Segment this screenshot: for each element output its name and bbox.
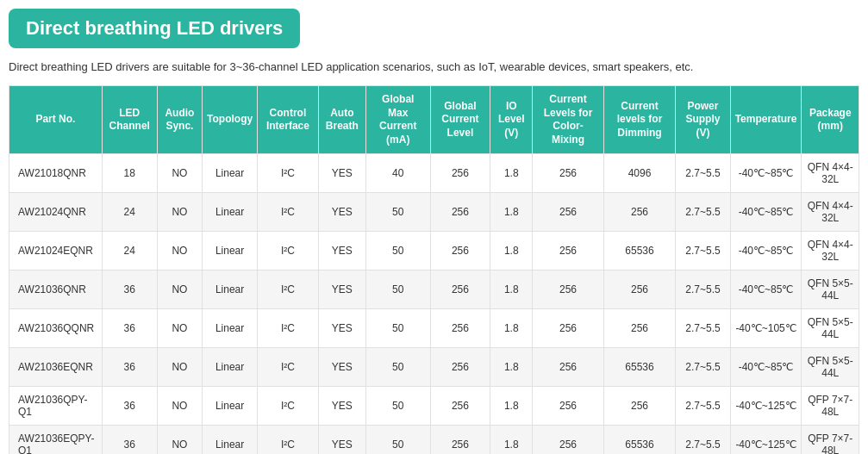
table-row: AW21036EQPY-Q136NOLinearI²CYES502561.825… [9, 426, 859, 454]
table-cell: I²C [258, 348, 319, 387]
table-cell: -40℃~125℃ [730, 387, 802, 426]
table-cell: 256 [533, 348, 604, 387]
table-cell: NO [157, 193, 202, 232]
table-cell: 36 [102, 348, 157, 387]
table-header-cell: Temperature [730, 86, 802, 154]
table-cell: AW21036QQNR [9, 309, 103, 348]
table-cell: Linear [203, 348, 258, 387]
table-header-cell: IO Level (V) [490, 86, 533, 154]
table-cell: NO [157, 154, 202, 193]
table-cell: AW21036EQNR [9, 348, 103, 387]
table-cell: 1.8 [490, 154, 533, 193]
table-cell: 2.7~5.5 [676, 193, 730, 232]
table-cell: 256 [430, 309, 490, 348]
table-cell: 1.8 [490, 271, 533, 309]
table-cell: -40℃~125℃ [730, 426, 802, 454]
table-cell: -40℃~85℃ [730, 232, 802, 271]
table-cell: AW21018QNR [9, 154, 103, 193]
table-cell: 256 [533, 232, 604, 271]
table-cell: 2.7~5.5 [676, 232, 730, 271]
table-cell: 50 [365, 348, 430, 387]
table-header-cell: Package (mm) [802, 86, 859, 154]
table-cell: 50 [365, 309, 430, 348]
table-cell: 18 [102, 154, 157, 193]
table-header-cell: Power Supply (V) [676, 86, 730, 154]
table-cell: 65536 [603, 232, 676, 271]
table-cell: AW21024EQNR [9, 232, 103, 271]
table-cell: NO [157, 387, 202, 426]
table-cell: YES [318, 348, 365, 387]
table-cell: YES [318, 193, 365, 232]
table-cell: QFN 4×4-32L [802, 193, 859, 232]
table-cell: 65536 [603, 348, 676, 387]
table-cell: 36 [102, 387, 157, 426]
table-cell: 50 [365, 193, 430, 232]
table-cell: 4096 [603, 154, 676, 193]
table-cell: Linear [203, 232, 258, 271]
table-header-cell: Audio Sync. [157, 86, 202, 154]
table-cell: 256 [603, 387, 676, 426]
table-cell: 2.7~5.5 [676, 348, 730, 387]
table-cell: 36 [102, 309, 157, 348]
table-cell: 256 [603, 193, 676, 232]
table-cell: 40 [365, 154, 430, 193]
table-cell: NO [157, 232, 202, 271]
table-cell: 256 [533, 309, 604, 348]
table-cell: 1.8 [490, 309, 533, 348]
table-cell: AW21024QNR [9, 193, 103, 232]
table-cell: QFP 7×7-48L [802, 387, 859, 426]
table-cell: -40℃~85℃ [730, 154, 802, 193]
table-cell: NO [157, 348, 202, 387]
led-drivers-table: Part No.LED ChannelAudio Sync.TopologyCo… [9, 85, 859, 454]
table-cell: 256 [533, 387, 604, 426]
table-cell: QFN 4×4-32L [802, 154, 859, 193]
table-cell: QFP 7×7-48L [802, 426, 859, 454]
table-cell: Linear [203, 271, 258, 309]
table-row: AW21036QPY-Q136NOLinearI²CYES502561.8256… [9, 387, 859, 426]
table-cell: 36 [102, 271, 157, 309]
table-header-cell: Global Current Level [430, 86, 490, 154]
table-cell: 2.7~5.5 [676, 387, 730, 426]
table-cell: I²C [258, 271, 319, 309]
table-cell: QFN 5×5-44L [802, 309, 859, 348]
table-cell: I²C [258, 232, 319, 271]
table-cell: 50 [365, 232, 430, 271]
table-row: AW21036QQNR36NOLinearI²CYES502561.825625… [9, 309, 859, 348]
table-cell: -40℃~105℃ [730, 309, 802, 348]
table-cell: 256 [533, 154, 604, 193]
table-cell: QFN 5×5-44L [802, 348, 859, 387]
table-cell: Linear [203, 426, 258, 454]
table-cell: YES [318, 426, 365, 454]
table-cell: 256 [603, 309, 676, 348]
table-header-cell: Part No. [9, 86, 103, 154]
table-cell: 24 [102, 193, 157, 232]
table-cell: YES [318, 387, 365, 426]
table-cell: QFN 4×4-32L [802, 232, 859, 271]
table-cell: 1.8 [490, 232, 533, 271]
table-row: AW21036EQNR36NOLinearI²CYES502561.825665… [9, 348, 859, 387]
table-cell: Linear [203, 193, 258, 232]
table-cell: Linear [203, 309, 258, 348]
table-header-cell: Auto Breath [318, 86, 365, 154]
table-cell: I²C [258, 387, 319, 426]
table-header-cell: Global Max Current (mA) [365, 86, 430, 154]
table-cell: YES [318, 232, 365, 271]
table-cell: 256 [430, 426, 490, 454]
table-header-cell: Topology [203, 86, 258, 154]
table-row: AW21024EQNR24NOLinearI²CYES502561.825665… [9, 232, 859, 271]
table-cell: 24 [102, 232, 157, 271]
table-cell: 1.8 [490, 348, 533, 387]
table-cell: 2.7~5.5 [676, 271, 730, 309]
table-cell: YES [318, 309, 365, 348]
table-header-cell: Control Interface [258, 86, 319, 154]
table-header-cell: Current levels for Dimming [603, 86, 676, 154]
page-title: Direct breathing LED drivers [26, 17, 283, 40]
table-cell: I²C [258, 309, 319, 348]
table-row: AW21024QNR24NOLinearI²CYES502561.8256256… [9, 193, 859, 232]
subtitle: Direct breathing LED drivers are suitabl… [9, 60, 859, 73]
table-cell: 65536 [603, 426, 676, 454]
table-cell: 50 [365, 426, 430, 454]
table-cell: 256 [603, 271, 676, 309]
table-cell: 50 [365, 387, 430, 426]
table-cell: 1.8 [490, 193, 533, 232]
